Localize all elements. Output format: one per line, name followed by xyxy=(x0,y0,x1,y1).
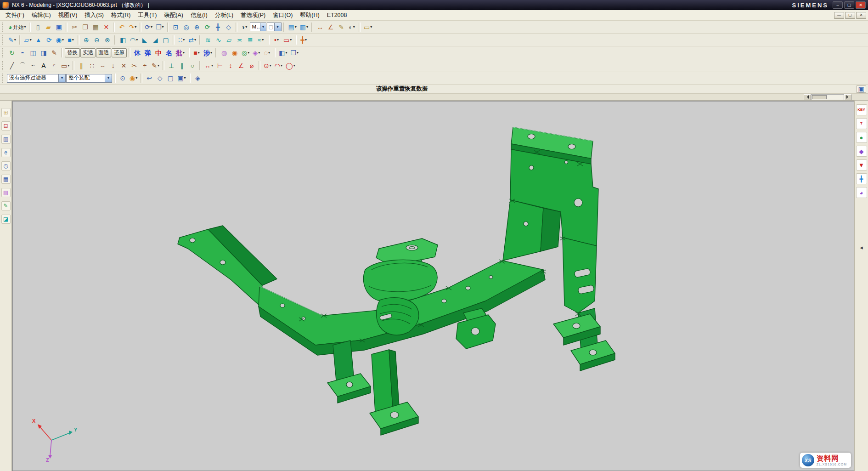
hand-pick-button[interactable]: ◉▾ xyxy=(128,73,139,83)
open-button[interactable]: ▰ xyxy=(43,22,53,32)
mirror-feature-button[interactable]: ⇄▾ xyxy=(187,35,197,45)
perpendicular-constraint-button[interactable]: ⊥ xyxy=(166,61,176,71)
cut-button[interactable]: ✂ xyxy=(69,22,79,32)
divide-curve-button[interactable]: ÷ xyxy=(140,61,150,71)
menu-preferences[interactable]: 首选项(P) xyxy=(237,11,269,20)
extrude-button[interactable]: ▲ xyxy=(34,35,44,45)
key-tab[interactable]: KEY xyxy=(856,104,867,115)
clip-section-button[interactable]: ◨ xyxy=(39,48,49,58)
solid-translucency-button[interactable]: 实透 xyxy=(80,48,96,57)
graphics-viewport[interactable]: X Y Z XS 资料网 ZL.XS1616.COM xyxy=(12,101,854,471)
save-button[interactable]: ▣ xyxy=(54,22,64,32)
unite-button[interactable]: ⊕ xyxy=(81,35,91,45)
assembly-navigator-tab[interactable]: ⊞ xyxy=(1,108,11,117)
child-restore-button[interactable]: ▢ xyxy=(845,12,855,19)
thicken-button[interactable]: ≣ xyxy=(245,35,255,45)
draft-analysis-button[interactable]: ◌▾ xyxy=(262,48,272,58)
section-analysis-button[interactable]: ◎▾ xyxy=(240,48,251,58)
show-hide-button[interactable]: ◐▾ xyxy=(347,22,357,32)
circle-tool-button[interactable]: ⊙▾ xyxy=(262,61,273,71)
conic-tool-button[interactable]: ◯▾ xyxy=(284,61,297,71)
text-template-tab[interactable]: T xyxy=(856,118,867,129)
undo-button[interactable]: ↶ xyxy=(117,22,127,32)
menu-view[interactable]: 视图(V) xyxy=(55,11,81,20)
curve-analysis-button[interactable]: ◈▾ xyxy=(251,48,261,58)
effects-tab[interactable]: ◆ xyxy=(856,146,867,157)
vertical-dimension-button[interactable]: ↕ xyxy=(225,61,236,71)
paste-button[interactable]: ▦ xyxy=(90,22,101,32)
tangent-constraint-button[interactable]: ○ xyxy=(187,61,197,71)
intersection-curve-button[interactable]: ✕ xyxy=(118,61,129,71)
scroll-left-button[interactable] xyxy=(804,94,811,100)
text-curve-button[interactable]: A xyxy=(39,61,49,71)
edit-curve-button[interactable]: ✎▾ xyxy=(150,61,161,71)
pan-view-button[interactable]: ╋ xyxy=(213,22,223,32)
palette-tab[interactable]: ▨ xyxy=(1,188,11,197)
snap-point-button[interactable]: ⊙ xyxy=(118,73,128,83)
center-macro-button[interactable]: 中 xyxy=(153,48,163,58)
copy-button[interactable]: ❐ xyxy=(80,22,90,32)
layer-settings-button[interactable]: ▤▾ xyxy=(287,22,298,32)
zoom-button[interactable]: ◎ xyxy=(181,22,192,32)
block-button[interactable]: ■▾ xyxy=(66,35,76,45)
window-button[interactable]: ❒▾ xyxy=(154,22,165,32)
pattern-curve-button[interactable]: ∷ xyxy=(87,61,97,71)
swept-button[interactable]: ∿ xyxy=(214,35,224,45)
face-translucency-button[interactable]: 面透 xyxy=(96,48,111,57)
plane-button[interactable]: ▭▾ xyxy=(282,35,293,45)
related-objects-button[interactable]: ▣▾ xyxy=(176,73,187,83)
minimize-button[interactable]: – xyxy=(833,1,843,9)
material-tab[interactable]: ● xyxy=(856,132,867,143)
interference-macro-button[interactable]: 涉▾ xyxy=(202,48,214,58)
point-button[interactable]: •▾ xyxy=(271,35,282,45)
tools-tab[interactable]: ╋ xyxy=(856,173,867,184)
sew-button[interactable]: ≈▾ xyxy=(256,35,266,45)
background-select[interactable]: ▢▾ xyxy=(267,23,282,31)
fit-view-button[interactable]: ⊡ xyxy=(171,22,181,32)
menu-information[interactable]: 信息(I) xyxy=(187,11,211,20)
trim-curve-button[interactable]: ✂ xyxy=(129,61,139,71)
spline-button[interactable]: ~ xyxy=(28,61,38,71)
name-macro-button[interactable]: 名 xyxy=(164,48,174,58)
wizard-tab[interactable]: ✎ xyxy=(1,201,11,210)
angular-dimension-button[interactable]: ∠ xyxy=(236,61,246,71)
web-browser-tab[interactable]: e xyxy=(1,148,11,157)
constraint-navigator-tab[interactable]: ⊟ xyxy=(1,121,11,131)
menu-window[interactable]: 窗口(O) xyxy=(269,11,296,20)
menu-insert[interactable]: 插入(S) xyxy=(81,11,107,20)
render-style-button[interactable]: ◑▾ xyxy=(239,22,249,32)
hole-button[interactable]: ◉▾ xyxy=(55,35,65,45)
object-display-button[interactable]: ◧▾ xyxy=(277,48,288,58)
move-to-layer-button[interactable]: ▥▾ xyxy=(299,22,310,32)
view-style-select[interactable]: M3▾ xyxy=(250,23,266,31)
menu-tools[interactable]: 工具(T) xyxy=(134,11,160,20)
face-analysis-button[interactable]: ◉ xyxy=(230,48,240,58)
parallel-constraint-button[interactable]: ∥ xyxy=(177,61,187,71)
arc-button[interactable]: ⌒ xyxy=(17,61,28,71)
suppress-macro-button[interactable]: 休 xyxy=(132,48,142,58)
deselect-all-button[interactable]: ◇ xyxy=(155,73,165,83)
scrollbar-thumb[interactable] xyxy=(812,95,827,99)
project-curve-button[interactable]: ↓ xyxy=(108,61,118,71)
select-region-button[interactable]: ▢ xyxy=(165,73,175,83)
examine-geometry-button[interactable]: ◍ xyxy=(219,48,229,58)
trim-body-button[interactable]: ◧ xyxy=(118,35,128,45)
intersect-button[interactable]: ⊗ xyxy=(102,35,113,45)
through-curves-button[interactable]: ≋ xyxy=(203,35,213,45)
previous-selection-button[interactable]: ↩ xyxy=(144,73,154,83)
component-display-button[interactable]: ❒▾ xyxy=(289,48,300,58)
sketch-button[interactable]: ✎▾ xyxy=(7,35,17,45)
menu-analysis[interactable]: 分析(L) xyxy=(211,11,237,20)
draft-button[interactable]: ◢ xyxy=(150,35,160,45)
wcs-dynamics-button[interactable]: ◈ xyxy=(192,73,203,83)
prompt-options-button[interactable]: ▣ xyxy=(856,85,866,93)
menu-file[interactable]: 文件(F) xyxy=(2,11,28,20)
annotate-button[interactable]: ✎ xyxy=(49,48,59,58)
menu-edit[interactable]: 编辑(E) xyxy=(28,11,55,20)
child-minimize-button[interactable]: — xyxy=(834,12,844,19)
start-menu-button[interactable]: ◕开始▾ xyxy=(7,22,27,32)
profile-line-button[interactable]: ╱ xyxy=(7,61,17,71)
spring-macro-button[interactable]: 弹 xyxy=(143,48,153,58)
inferred-dimension-button[interactable]: ↔▾ xyxy=(203,61,214,71)
edit-object-display-button[interactable]: ✎ xyxy=(336,22,346,32)
